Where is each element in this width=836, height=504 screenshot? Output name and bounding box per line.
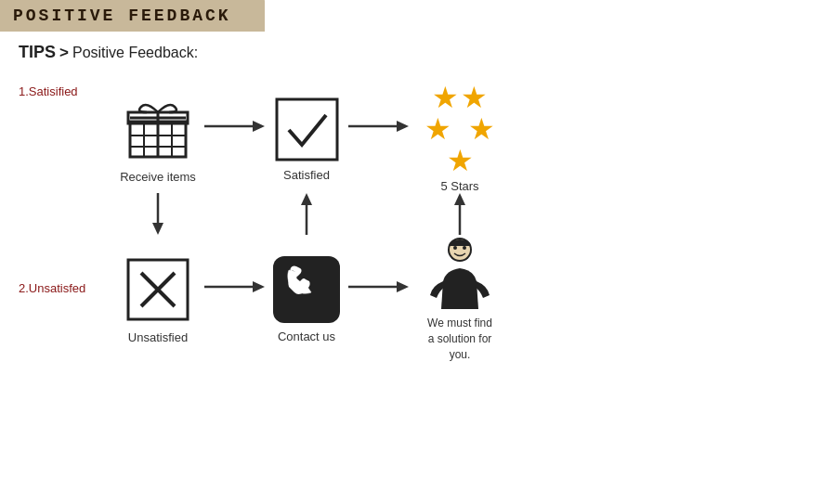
contact-us-label: Contact us: [278, 330, 335, 343]
svg-marker-18: [454, 193, 465, 205]
svg-marker-9: [253, 121, 265, 132]
svg-point-29: [453, 246, 457, 250]
tips-line: TIPS > Positive Feedback:: [0, 32, 836, 68]
unsatisfied-step: Unsatisfied: [111, 252, 204, 344]
arrow-up-satisfied: [265, 193, 348, 235]
gift-step: Receive items: [111, 92, 204, 184]
unsatisfied-label: 2.Unsatisfed: [19, 281, 85, 295]
star-3: ★: [425, 114, 451, 144]
top-row: Receive items Satisfied: [111, 83, 817, 193]
star-4: ★: [468, 114, 495, 144]
tips-text: Positive Feedback:: [72, 45, 198, 61]
svg-marker-12: [397, 121, 409, 132]
arrow-right-1: [204, 118, 265, 159]
satisfied-label: 1.Satisified: [19, 84, 78, 98]
arrow-up-stars: [409, 193, 511, 235]
header-title: POSITIVE FEEDBACK: [13, 6, 231, 25]
svg-point-30: [463, 246, 466, 250]
header-bar: POSITIVE FEEDBACK: [0, 0, 265, 32]
vertical-row: [111, 193, 817, 235]
solution-step: We must finda solution foryou.: [409, 235, 511, 362]
five-stars-step: ★ ★ ★ ★ ★ 5 Stars: [409, 83, 511, 193]
solution-label: We must finda solution foryou.: [427, 316, 492, 362]
svg-marker-23: [253, 281, 265, 292]
svg-marker-16: [301, 193, 312, 205]
tips-arrow: >: [59, 44, 69, 62]
contact-us-step: Contact us: [265, 253, 348, 343]
star-2: ★: [461, 83, 488, 112]
x-icon: [121, 252, 195, 327]
arrow-right-4: [348, 278, 409, 319]
svg-rect-10: [277, 99, 337, 160]
satisfied-label-text: Satisfied: [283, 168, 330, 182]
svg-marker-26: [397, 281, 409, 292]
unsatisfied-label-text: Unsatisfied: [128, 330, 188, 344]
star-1: ★: [432, 83, 459, 112]
five-stars-label: 5 Stars: [440, 179, 478, 193]
main-content: 1.Satisified 2.Unsatisfed: [0, 68, 836, 369]
header-wrapper: POSITIVE FEEDBACK: [0, 0, 836, 32]
person-icon: [423, 235, 497, 314]
diagram: Receive items Satisfied: [111, 83, 817, 362]
bottom-row: Unsatisfied Contact us: [111, 235, 817, 362]
receive-items-label: Receive items: [120, 170, 196, 184]
stars-display: ★ ★ ★ ★ ★: [418, 83, 502, 175]
arrow-right-3: [204, 278, 265, 319]
star-5: ★: [447, 146, 474, 175]
svg-marker-14: [152, 223, 163, 235]
gift-icon: [121, 92, 195, 166]
phone-icon: [270, 253, 343, 326]
tips-prefix: TIPS: [19, 43, 56, 62]
checkmark-icon: [272, 95, 342, 164]
arrow-down-gift: [111, 193, 204, 235]
satisfied-step: Satisfied: [265, 95, 348, 182]
arrow-right-2: [348, 118, 409, 159]
